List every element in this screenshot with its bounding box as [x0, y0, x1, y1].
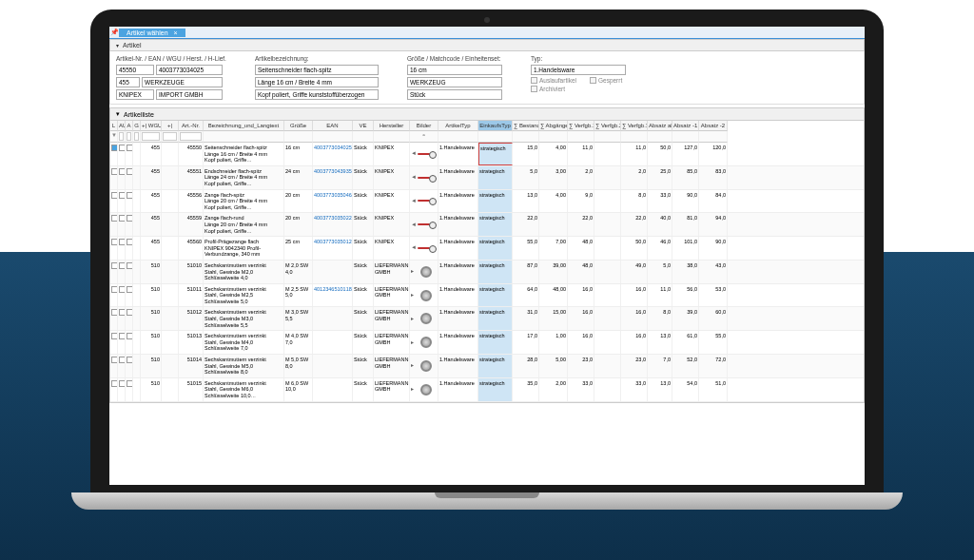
row-checkbox[interactable]	[111, 168, 118, 175]
row-checkbox[interactable]	[111, 145, 118, 151]
tab-bar: 📌 Artikel wählen ×	[109, 27, 865, 39]
ean-link[interactable]	[313, 307, 353, 330]
row-checkbox[interactable]	[111, 215, 118, 222]
row-checkbox[interactable]	[111, 262, 118, 269]
tab-label: Artikel wählen	[127, 29, 168, 36]
input-wgu-code[interactable]: 455	[116, 77, 140, 87]
chevron-down-icon: ▾	[116, 110, 120, 118]
pliers-icon	[418, 175, 437, 181]
table-row[interactable]: 45545550Seitenschneider flach-spitzLänge…	[110, 143, 864, 166]
ean-link[interactable]: 4003773035012	[313, 237, 353, 260]
col-ve[interactable]: VE	[353, 121, 374, 131]
col-verfgb2[interactable]: ∑ Verfgb.2	[594, 121, 621, 131]
input-ean[interactable]: 4003773034025	[156, 65, 223, 75]
ean-link[interactable]	[313, 355, 353, 377]
pliers-icon	[418, 151, 437, 157]
row-checkbox[interactable]	[111, 380, 118, 387]
col-G[interactable]: G	[133, 121, 141, 131]
input-bez2[interactable]: Länge 16 cm / Breite 4 mm	[255, 77, 379, 87]
panel-artikelliste-header[interactable]: ▾ Artikelliste	[109, 107, 865, 121]
ean-link[interactable]	[313, 378, 353, 401]
input-artnr[interactable]: 45550	[116, 65, 154, 75]
pin-icon[interactable]: 📌	[109, 29, 119, 36]
einkaufstyp-cell: strategisch	[478, 143, 513, 165]
row-checkbox[interactable]	[111, 192, 118, 199]
select-typ[interactable]: 1.Handelsware	[531, 65, 626, 75]
ean-link[interactable]	[313, 261, 353, 283]
input-bez1[interactable]: Seitenschneider flach-spitz	[255, 65, 379, 75]
filter-panel: Artikel-Nr. / EAN / WGU / Herst. / H-Lie…	[109, 51, 865, 105]
input-matchcode[interactable]: WERKZEUG	[407, 77, 502, 87]
col-WGU[interactable]: +| WGU	[141, 121, 162, 131]
ean-link[interactable]: 4003773035022	[313, 213, 353, 236]
input-einheit[interactable]: Stück	[407, 89, 502, 100]
label-bezeichnung: Artikelbezeichnung:	[255, 55, 379, 62]
nut-icon	[420, 266, 432, 278]
tab-artikel-waehlen[interactable]: Artikel wählen ×	[119, 29, 185, 37]
col-absatz-akt[interactable]: Absatz akt	[648, 121, 672, 131]
table-row[interactable]: 45545559Zange flach-rundLänge 20 cm / Br…	[110, 213, 864, 237]
chevron-down-icon: ▾	[116, 42, 119, 48]
row-checkbox[interactable]	[111, 239, 118, 245]
einkaufstyp-cell: strategisch	[478, 307, 513, 330]
col-verfgb1[interactable]: ∑ Verfgb.1	[568, 121, 594, 131]
einkaufstyp-cell: strategisch	[478, 166, 513, 189]
ean-link[interactable]: 4003773035046	[313, 190, 353, 213]
table-row[interactable]: 51051012Sechskantmuttern verzinktStahl, …	[110, 307, 864, 331]
col-einkaufstyp[interactable]: EinkaufsTyp	[478, 121, 513, 131]
col-hersteller[interactable]: Hersteller	[374, 121, 410, 131]
einkaufstyp-cell: strategisch	[478, 331, 513, 354]
row-checkbox[interactable]	[111, 286, 118, 293]
tab-close-icon[interactable]: ×	[174, 29, 178, 36]
einkaufstyp-cell: strategisch	[478, 355, 513, 377]
einkaufstyp-cell: strategisch	[478, 378, 513, 401]
table-row[interactable]: 51051013Sechskantmuttern verzinktStahl, …	[110, 331, 864, 355]
filter-funnel-icon[interactable]: ▼	[110, 131, 118, 143]
col-artikeltyp[interactable]: ArtikelTyp	[438, 121, 478, 131]
table-row[interactable]: 51051011Sechskantmuttern verzinktStahl, …	[110, 284, 864, 308]
filter-bilder-toggle[interactable]: ▫	[410, 131, 438, 143]
einkaufstyp-cell: strategisch	[478, 237, 513, 260]
input-hersteller[interactable]: KNIPEX	[116, 89, 154, 100]
checkbox-auslauf[interactable]: AuslaufartikelGesperrt	[531, 77, 626, 84]
row-checkbox[interactable]	[111, 309, 118, 316]
table-row[interactable]: 51051010Sechskantmuttern verzinktStahl, …	[110, 261, 864, 284]
ean-link[interactable]: 4012346510118	[313, 284, 353, 307]
col-bestand[interactable]: ∑ Bestand	[513, 121, 539, 131]
row-checkbox[interactable]	[111, 333, 118, 339]
nut-icon	[420, 384, 432, 396]
table-row[interactable]: 45545551Endschneider flach-spitzLänge 24…	[110, 166, 864, 190]
col-absatz-1[interactable]: Absatz -1	[672, 121, 699, 131]
ean-link[interactable]: 4003773034025	[313, 143, 353, 165]
grid-filter-row: ▼ ▫	[110, 131, 864, 143]
col-abgaenge[interactable]: ∑ Abgänge	[539, 121, 568, 131]
table-row[interactable]: 45545560Profil-Prägezange flachKNIPEX 90…	[110, 237, 864, 261]
col-L[interactable]: L	[110, 121, 118, 131]
col-verfgb3[interactable]: ∑ Verfgb.3	[621, 121, 648, 131]
col-artnr[interactable]: Art.-Nr.	[179, 121, 204, 131]
panel-liste-title: Artikelliste	[124, 111, 154, 118]
col-bezeichnung[interactable]: Bezeichnung_und_Langtext	[204, 121, 284, 131]
table-row[interactable]: 51051015Sechskantmuttern verzinktStahl, …	[110, 378, 864, 402]
col-groesse[interactable]: Größe	[284, 121, 313, 131]
einkaufstyp-cell: strategisch	[478, 213, 513, 236]
col-ean[interactable]: EAN	[313, 121, 353, 131]
table-row[interactable]: 51051014Sechskantmuttern verzinktStahl, …	[110, 355, 864, 378]
row-checkbox[interactable]	[111, 357, 118, 363]
checkbox-archiviert[interactable]: Archiviert	[531, 86, 626, 92]
input-groesse[interactable]: 16 cm	[407, 65, 502, 75]
col-bilder[interactable]: Bilder	[410, 121, 438, 131]
input-lieferant[interactable]: IMPORT GMBH	[156, 89, 223, 100]
panel-artikel-header[interactable]: ▾ Artikel	[109, 39, 865, 51]
input-bez3[interactable]: Kopf poliert, Griffe kunststoffüberzogen	[255, 89, 379, 100]
col-absatz-2[interactable]: Absatz -2	[699, 121, 728, 131]
col-A[interactable]: A	[126, 121, 133, 131]
col-plus2[interactable]: +|	[162, 121, 179, 131]
input-wgu-name[interactable]: WERKZEUGE	[142, 77, 223, 87]
col-AU[interactable]: AU	[118, 121, 126, 131]
ean-link[interactable]	[313, 331, 353, 354]
ean-link[interactable]: 4003773043935	[313, 166, 353, 189]
nut-icon	[420, 290, 432, 301]
app-screen: 📌 Artikel wählen × ▾ Artikel Artikel-Nr.…	[109, 27, 865, 485]
table-row[interactable]: 45545556Zange flach-spitzLänge 20 cm / B…	[110, 190, 864, 214]
